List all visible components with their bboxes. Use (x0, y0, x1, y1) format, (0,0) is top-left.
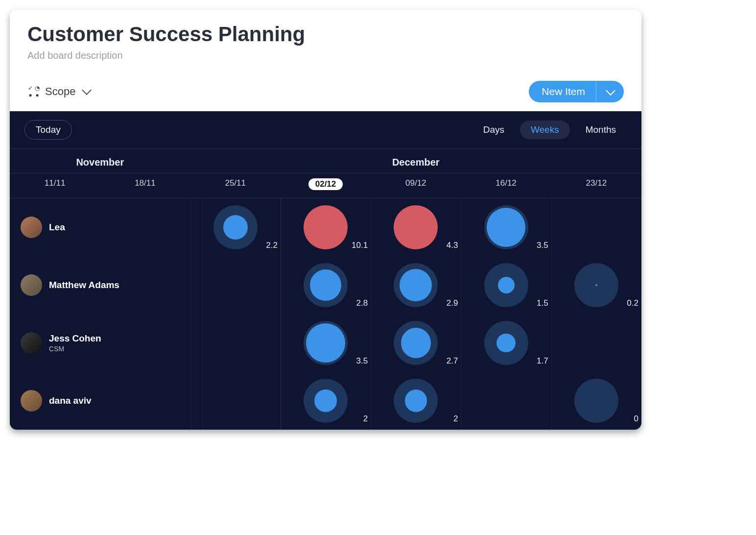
workload-cell[interactable]: 1.7 (461, 314, 551, 372)
months-header: November December (10, 149, 641, 173)
workload-row: dana aviv220 (10, 372, 641, 430)
new-item-dropdown[interactable] (596, 81, 624, 102)
chevron-down-icon (82, 85, 92, 95)
workload-cell[interactable]: 2.7 (371, 314, 461, 372)
date-column-header[interactable]: 16/12 (461, 178, 551, 190)
new-item-button[interactable]: New Item (529, 81, 624, 102)
workload-cell[interactable]: 2 (281, 372, 371, 430)
range-days[interactable]: Days (472, 121, 515, 139)
time-range-toggle: Days Weeks Months (472, 121, 627, 139)
workload-bubble (213, 205, 258, 249)
workload-bubble (484, 263, 528, 307)
scope-dropdown[interactable]: ✓◔●● Scope (27, 85, 90, 98)
today-button[interactable]: Today (24, 120, 72, 140)
avatar (21, 274, 42, 296)
workload-bubble (304, 379, 348, 423)
workload-bubble (304, 321, 348, 365)
workload-cell[interactable]: 2.2 (190, 198, 281, 256)
person-cell[interactable]: dana aviv (10, 390, 190, 412)
chevron-down-icon (606, 86, 615, 96)
avatar (21, 217, 42, 238)
workload-value: 2.7 (447, 356, 458, 366)
workload-cell[interactable]: 10.1 (281, 198, 371, 256)
new-item-label: New Item (529, 81, 596, 102)
range-months[interactable]: Months (575, 121, 627, 139)
workload-cell[interactable]: 0.2 (551, 256, 641, 314)
workload-value: 0 (634, 414, 638, 424)
date-column-header[interactable]: 23/12 (551, 178, 641, 190)
workload-value: 3.5 (356, 356, 368, 366)
person-name: Lea (49, 222, 65, 233)
month-label-december: December (190, 157, 641, 168)
workload-cell[interactable] (190, 372, 281, 430)
dates-header: 11/1118/1125/1102/1209/1216/1223/12 (10, 173, 641, 198)
person-cell[interactable]: Matthew Adams (10, 274, 190, 296)
person-name: Matthew Adams (49, 280, 119, 291)
workload-value: 4.3 (447, 241, 458, 250)
workload-cell[interactable] (461, 372, 551, 430)
month-label-november: November (10, 157, 190, 168)
person-name: Jess Cohen (49, 333, 101, 344)
workload-value: 1.7 (537, 356, 548, 366)
workload-value: 2.2 (266, 241, 278, 250)
workload-value: 0.2 (627, 298, 638, 308)
workload-row: Matthew Adams2.82.91.50.2 (10, 256, 641, 314)
board-description-placeholder[interactable]: Add board description (27, 50, 624, 61)
workload-bubble (484, 321, 528, 365)
person-cell[interactable]: Lea (10, 217, 190, 238)
workload-cell[interactable]: 3.5 (461, 198, 551, 256)
workload-value: 2 (453, 414, 458, 424)
workload-grid: Lea2.210.14.33.5Matthew Adams2.82.91.50.… (10, 198, 641, 430)
workload-bubble (304, 263, 348, 307)
person-name: dana aviv (49, 395, 92, 406)
workload-cell[interactable]: 0 (551, 372, 641, 430)
workload-bubble (574, 379, 618, 423)
workload-cell[interactable] (551, 198, 641, 256)
workload-cell[interactable] (190, 256, 281, 314)
workload-row: Jess CohenCSM3.52.71.7 (10, 314, 641, 372)
range-weeks[interactable]: Weeks (520, 121, 570, 139)
workload-cell[interactable]: 3.5 (281, 314, 371, 372)
workload-value: 2.9 (447, 298, 458, 308)
workload-bubble (394, 379, 438, 423)
person-cell[interactable]: Jess CohenCSM (10, 332, 190, 354)
workload-bubble (484, 205, 528, 249)
workload-value: 2.8 (356, 298, 368, 308)
board-card: Customer Success Planning Add board desc… (10, 10, 641, 430)
workload-cell[interactable] (551, 314, 641, 372)
date-column-header[interactable]: 11/11 (10, 178, 100, 190)
workload-cell[interactable]: 1.5 (461, 256, 551, 314)
scope-label: Scope (45, 85, 75, 98)
date-column-header[interactable]: 02/12 (281, 178, 371, 190)
workload-cell[interactable]: 2.9 (371, 256, 461, 314)
workload-cell[interactable]: 2 (371, 372, 461, 430)
workload-bubble (304, 205, 348, 249)
workload-cell[interactable]: 4.3 (371, 198, 461, 256)
workload-value: 3.5 (537, 241, 548, 250)
date-column-header[interactable]: 09/12 (371, 178, 461, 190)
workload-cell[interactable]: 2.8 (281, 256, 371, 314)
person-role: CSM (49, 345, 101, 353)
workload-panel: Today Days Weeks Months November Decembe… (10, 111, 641, 430)
workload-value: 1.5 (537, 298, 548, 308)
workload-bubble (394, 205, 438, 249)
board-toolbar: ✓◔●● Scope New Item (10, 66, 641, 111)
avatar (21, 390, 42, 412)
workload-bubble (574, 263, 618, 307)
workload-bubble (394, 321, 438, 365)
scope-icon: ✓◔●● (27, 85, 40, 98)
workload-value: 10.1 (352, 241, 368, 250)
date-column-header[interactable]: 25/11 (190, 178, 281, 190)
workload-bubble (394, 263, 438, 307)
avatar (21, 332, 42, 354)
board-title: Customer Success Planning (27, 23, 624, 46)
workload-row: Lea2.210.14.33.5 (10, 198, 641, 256)
board-header: Customer Success Planning Add board desc… (10, 10, 641, 66)
workload-value: 2 (363, 414, 368, 424)
current-date-pill: 02/12 (308, 178, 343, 190)
workload-cell[interactable] (190, 314, 281, 372)
date-column-header[interactable]: 18/11 (100, 178, 190, 190)
workload-topbar: Today Days Weeks Months (10, 111, 641, 149)
